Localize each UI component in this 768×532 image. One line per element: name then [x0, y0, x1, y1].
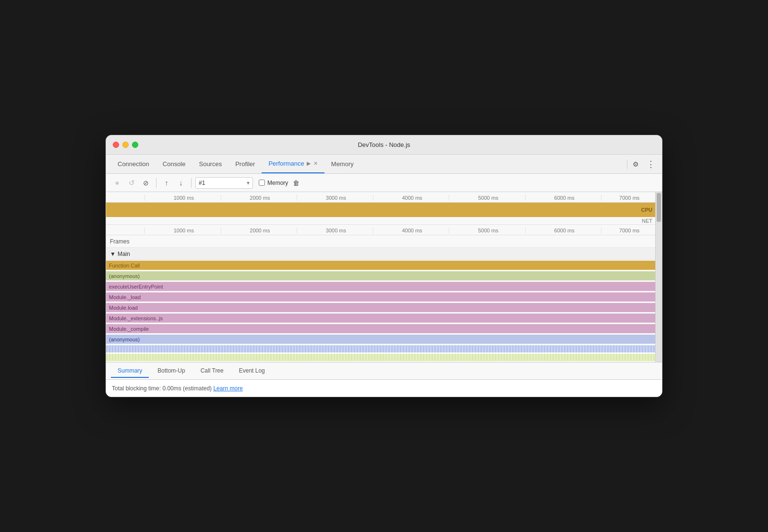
- toolbar-divider-1: [156, 178, 156, 188]
- settings-button[interactable]: ⚙: [629, 158, 642, 170]
- flame-ruler-3000: 3000 ms: [297, 228, 373, 233]
- flame-ruler-1000: 1000 ms: [144, 228, 221, 233]
- trash-icon: 🗑: [293, 179, 300, 187]
- scrollbar[interactable]: [655, 192, 662, 362]
- record-button[interactable]: ●: [111, 177, 123, 189]
- memory-checkbox[interactable]: [259, 180, 265, 186]
- flame-row-0[interactable]: Function Call: [106, 260, 655, 271]
- tab-call-tree[interactable]: Call Tree: [194, 364, 230, 378]
- status-text: Total blocking time: 0.00ms (estimated): [112, 385, 212, 392]
- ruler-6000: 6000 ms: [525, 195, 601, 201]
- clear-button[interactable]: ⊘: [140, 177, 152, 189]
- flame-ruler-7000: 7000 ms: [601, 228, 655, 233]
- flame-ruler-6000: 6000 ms: [525, 228, 601, 233]
- tab-sources[interactable]: Sources: [192, 155, 228, 173]
- ruler-7000: 7000 ms: [601, 195, 655, 201]
- window-title: DevTools - Node.js: [358, 141, 410, 148]
- performance-record-icon: ▶: [307, 160, 311, 167]
- download-icon: ↓: [179, 179, 183, 187]
- tab-console[interactable]: Console: [156, 155, 192, 173]
- more-menu-button[interactable]: ⋮: [645, 158, 657, 170]
- recording-select[interactable]: #1 ▾: [195, 177, 253, 189]
- close-button[interactable]: [113, 142, 119, 148]
- clear-icon: ⊘: [143, 179, 149, 187]
- memory-checkbox-label: Memory: [267, 180, 288, 186]
- delete-button[interactable]: 🗑: [290, 177, 302, 189]
- cpu-label: CPU: [641, 207, 652, 213]
- tab-connection[interactable]: Connection: [111, 155, 156, 173]
- ruler-4000: 4000 ms: [373, 195, 449, 201]
- net-label: NET: [642, 218, 652, 224]
- flame-bar-module-load: Module._load: [106, 292, 655, 302]
- flame-bar-dense-2: [106, 354, 655, 361]
- main-label: Main: [118, 251, 130, 257]
- tab-bar: Connection Console Sources Profiler Perf…: [106, 155, 662, 174]
- bottom-tabs: Summary Bottom-Up Call Tree Event Log: [106, 362, 662, 379]
- tab-memory[interactable]: Memory: [324, 155, 360, 173]
- ruler-1000: 1000 ms: [144, 195, 221, 201]
- toolbar-icons-right: ⚙ ⋮: [629, 158, 657, 170]
- reload-button[interactable]: ↺: [125, 177, 138, 189]
- flame-bar-module-compile: Module._compile: [106, 324, 655, 333]
- flame-ruler-5000: 5000 ms: [449, 228, 525, 233]
- download-button[interactable]: ↓: [175, 177, 187, 189]
- learn-more-link[interactable]: Learn more: [213, 385, 242, 392]
- tab-event-log[interactable]: Event Log: [232, 364, 272, 378]
- titlebar: DevTools - Node.js: [106, 135, 662, 155]
- timeline-container: 1000 ms 2000 ms 3000 ms 4000 ms 5000 ms …: [106, 192, 662, 362]
- maximize-button[interactable]: [132, 142, 138, 148]
- scrollbar-thumb[interactable]: [657, 193, 661, 222]
- tab-bottom-up[interactable]: Bottom-Up: [151, 364, 192, 378]
- ruler-2000: 2000 ms: [221, 195, 297, 201]
- flame-bar-anonymous-2: (anonymous): [106, 335, 655, 344]
- top-ruler: 1000 ms 2000 ms 3000 ms 4000 ms 5000 ms …: [106, 192, 655, 203]
- flame-row-dense-2[interactable]: [106, 353, 655, 362]
- flame-bar-module-load2: Module.load: [106, 303, 655, 312]
- tab-profiler[interactable]: Profiler: [228, 155, 262, 173]
- ruler-5000: 5000 ms: [449, 195, 525, 201]
- flame-bar-anonymous-1: (anonymous): [106, 271, 655, 280]
- flame-row-1[interactable]: (anonymous): [106, 271, 655, 281]
- traffic-lights: [113, 142, 138, 148]
- flame-row-dense-1[interactable]: [106, 345, 655, 353]
- tab-summary[interactable]: Summary: [111, 364, 149, 378]
- flame-bar-module-extensions: Module._extensions..js: [106, 314, 655, 323]
- flame-bar-function-call: Function Call: [106, 261, 655, 270]
- performance-toolbar: ● ↺ ⊘ ↑ ↓ #1 ▾ Memory 🗑: [106, 174, 662, 192]
- flame-ruler-2000: 2000 ms: [221, 228, 297, 233]
- upload-icon: ↑: [165, 179, 168, 187]
- flame-row-4[interactable]: Module.load: [106, 302, 655, 313]
- cpu-bar: CPU: [106, 203, 655, 217]
- menu-icon: ⋮: [647, 159, 655, 169]
- toolbar-divider-2: [191, 178, 192, 188]
- devtools-window: DevTools - Node.js Connection Console So…: [106, 135, 662, 397]
- flame-bar-execute-user: executeUserEntryPoint: [106, 282, 655, 291]
- tab-performance-close[interactable]: ✕: [313, 160, 318, 167]
- net-bar: NET: [106, 217, 655, 225]
- memory-checkbox-area: Memory: [259, 180, 288, 186]
- upload-button[interactable]: ↑: [160, 177, 173, 189]
- gear-icon: ⚙: [633, 160, 639, 168]
- tab-separator: [627, 159, 627, 169]
- flame-row-6[interactable]: Module._compile: [106, 324, 655, 334]
- tab-performance[interactable]: Performance ▶ ✕: [262, 155, 324, 173]
- record-icon: ●: [115, 179, 120, 187]
- frames-row: Frames: [106, 235, 655, 248]
- ruler-3000: 3000 ms: [297, 195, 373, 201]
- main-triangle-icon: ▼: [110, 251, 116, 257]
- main-section-header[interactable]: ▼ Main: [106, 248, 655, 260]
- flame-row-3[interactable]: Module._load: [106, 292, 655, 302]
- reload-icon: ↺: [129, 179, 135, 187]
- minimize-button[interactable]: [122, 142, 129, 148]
- flame-row-2[interactable]: executeUserEntryPoint: [106, 281, 655, 292]
- flame-ruler: 1000 ms 2000 ms 3000 ms 4000 ms 5000 ms …: [106, 225, 655, 235]
- chevron-down-icon: ▾: [247, 180, 250, 186]
- flame-bar-dense-1: [106, 345, 655, 352]
- flame-row-5[interactable]: Module._extensions..js: [106, 313, 655, 324]
- flame-row-7[interactable]: (anonymous): [106, 334, 655, 345]
- status-bar: Total blocking time: 0.00ms (estimated) …: [106, 379, 662, 397]
- flame-ruler-4000: 4000 ms: [373, 228, 449, 233]
